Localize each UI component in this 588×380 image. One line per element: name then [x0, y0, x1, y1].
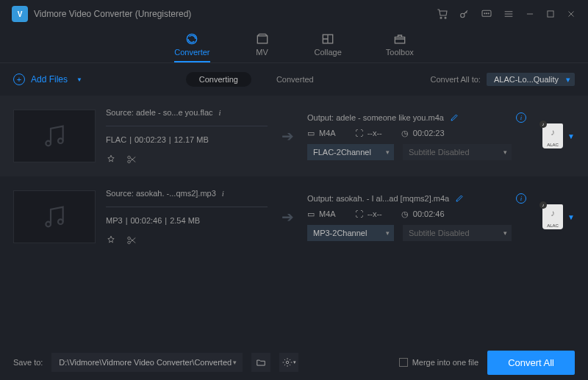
svg-rect-7: [548, 11, 553, 17]
cut-icon[interactable]: [126, 154, 137, 165]
svg-rect-11: [395, 37, 404, 43]
target-format[interactable]: ♪ ALAC: [542, 204, 563, 229]
status-tabs: Converting Converted: [186, 72, 327, 87]
effects-icon[interactable]: [106, 154, 116, 165]
app-logo: V: [12, 6, 28, 22]
cut-icon[interactable]: [126, 235, 137, 245]
audio-channel-select[interactable]: MP3-2Channel: [307, 225, 394, 241]
svg-point-1: [445, 17, 446, 18]
svg-point-6: [488, 13, 489, 14]
svg-point-12: [46, 141, 51, 146]
resolution-icon: ⛶: [355, 209, 363, 218]
open-folder-button[interactable]: [251, 353, 270, 372]
close-icon[interactable]: [566, 9, 576, 19]
audio-badge-icon: ♪: [539, 201, 547, 209]
tab-converted[interactable]: Converted: [263, 72, 327, 87]
thumbnail[interactable]: [13, 190, 96, 243]
chevron-down-icon: ▼: [76, 76, 82, 83]
subtitle-select[interactable]: Subtitle Disabled: [403, 225, 512, 241]
audio-channel-select[interactable]: FLAC-2Channel: [307, 144, 394, 160]
info-icon[interactable]: i: [219, 108, 221, 117]
feedback-icon[interactable]: [481, 8, 492, 20]
source-size: 12.17 MB: [174, 135, 209, 144]
convert-all-button[interactable]: Convert All: [487, 351, 575, 375]
subtitle-select[interactable]: Subtitle Disabled: [403, 144, 512, 160]
source-size: 2.54 MB: [170, 216, 200, 225]
footer: Save to: D:\Vidmore\Vidmore Video Conver…: [0, 345, 588, 380]
out-duration: 00:02:23: [413, 129, 445, 137]
edit-icon[interactable]: [455, 194, 464, 203]
divider: [106, 126, 268, 126]
navbar: Converter MV Collage Toolbox: [0, 28, 588, 63]
svg-point-17: [58, 219, 63, 224]
file-row: Source: asokah. -...qms2].mp3 i MP3 | 00…: [0, 176, 588, 257]
menu-icon[interactable]: [503, 8, 514, 20]
file-row: Source: adele - so...e you.flac i FLAC |…: [0, 96, 588, 176]
divider: [106, 207, 268, 207]
svg-point-0: [440, 17, 442, 18]
nav-collage[interactable]: Collage: [315, 32, 342, 60]
chevron-down-icon[interactable]: ▼: [567, 213, 575, 221]
resolution-icon: ⛶: [355, 129, 363, 137]
source-meta: MP3 | 00:02:46 | 2.54 MB: [106, 216, 268, 225]
source-label: Source: asokah. -...qms2].mp3: [106, 189, 216, 198]
converter-icon: [184, 32, 200, 46]
effects-icon[interactable]: [106, 235, 116, 245]
tab-converting[interactable]: Converting: [186, 72, 251, 87]
target-label: ALAC: [547, 143, 559, 147]
output-label: Output: asokah. - I al...ad [mqms2].m4a: [307, 194, 449, 203]
clock-icon: ◷: [401, 129, 409, 138]
target-format[interactable]: ♪ ALAC: [542, 123, 563, 148]
thumbnail[interactable]: [13, 110, 96, 162]
nav-label: MV: [256, 48, 268, 57]
nav-label: Converter: [174, 48, 209, 57]
titlebar-left: V Vidmore Video Converter (Unregistered): [12, 6, 191, 22]
svg-point-18: [128, 237, 131, 240]
add-files-label: Add Files: [31, 74, 68, 85]
chevron-down-icon[interactable]: ▼: [567, 132, 575, 140]
cart-icon[interactable]: [437, 8, 448, 20]
target-column: ♪ ALAC ▼: [537, 204, 575, 229]
maximize-icon[interactable]: [545, 9, 556, 19]
target-label: ALAC: [547, 223, 559, 228]
info-icon[interactable]: i: [516, 112, 526, 123]
nav-converter[interactable]: Converter: [174, 32, 209, 60]
format-select[interactable]: ALAC-Lo...Quality: [487, 73, 575, 86]
save-path-select[interactable]: D:\Vidmore\Vidmore Video Converter\Conve…: [51, 353, 243, 372]
app-title: Vidmore Video Converter (Unregistered): [34, 9, 191, 19]
save-to-label: Save to:: [13, 358, 43, 367]
toolbox-icon: [392, 32, 408, 46]
output-column: Output: asokah. - I al...ad [mqms2].m4a …: [307, 193, 526, 241]
nav-label: Collage: [315, 48, 342, 57]
video-icon: ▭: [307, 129, 315, 138]
arrow-icon: ➔: [278, 208, 297, 226]
svg-point-2: [461, 13, 465, 17]
plus-icon: +: [13, 74, 25, 85]
convert-all-to: Convert All to: ALAC-Lo...Quality: [430, 73, 575, 86]
titlebar-right: [437, 8, 576, 20]
source-duration: 00:02:23: [135, 135, 166, 144]
nav-toolbox[interactable]: Toolbox: [386, 32, 414, 60]
info-icon[interactable]: i: [222, 189, 224, 198]
collage-icon: [320, 32, 336, 46]
key-icon[interactable]: [459, 8, 470, 20]
edit-icon[interactable]: [450, 113, 459, 122]
add-files-button[interactable]: + Add Files ▼: [13, 74, 82, 85]
settings-button[interactable]: ▾: [279, 353, 298, 372]
clock-icon: ◷: [401, 209, 409, 219]
merge-checkbox[interactable]: Merge into one file: [399, 358, 479, 367]
target-column: ♪ ALAC ▼: [537, 123, 575, 148]
nav-mv[interactable]: MV: [254, 32, 270, 60]
mv-icon: [254, 32, 270, 46]
titlebar: V Vidmore Video Converter (Unregistered): [0, 0, 588, 28]
info-icon[interactable]: i: [516, 193, 526, 204]
svg-point-13: [58, 138, 63, 143]
nav-label: Toolbox: [386, 48, 414, 57]
out-resolution: --x--: [368, 129, 382, 137]
checkbox-icon: [399, 358, 408, 367]
minimize-icon[interactable]: [525, 9, 535, 19]
video-icon: ▭: [307, 209, 315, 219]
svg-point-16: [46, 222, 51, 227]
svg-point-19: [128, 241, 131, 244]
source-codec: MP3: [106, 216, 123, 225]
